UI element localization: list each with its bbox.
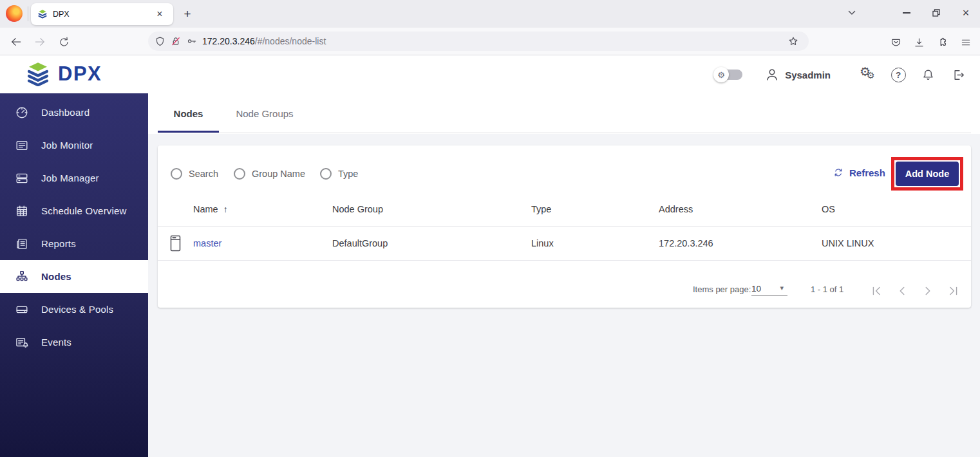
url-path: /#/nodes/node-list — [255, 36, 326, 46]
dpx-logo[interactable]: DPX — [24, 62, 102, 86]
url-text[interactable]: 172.20.3.246/#/nodes/node-list — [202, 36, 784, 46]
url-domain: 172.20.3.246 — [202, 36, 255, 46]
window-close-button[interactable]: × — [951, 0, 980, 26]
logo-text: DPX — [58, 62, 102, 86]
sidebar-item-job-manager[interactable]: Job Manager — [0, 162, 148, 194]
reload-button[interactable] — [55, 33, 72, 50]
main-content: Nodes Node Groups Search Group Name Type — [148, 93, 980, 457]
bookmark-star-icon[interactable] — [787, 35, 799, 47]
sidebar-item-job-monitor[interactable]: Job Monitor — [0, 129, 148, 162]
back-button[interactable] — [8, 33, 24, 50]
shield-icon[interactable] — [155, 36, 165, 47]
key-icon[interactable] — [186, 35, 198, 47]
column-header-os[interactable]: OS — [822, 204, 835, 214]
sidebar-item-devices-pools[interactable]: Devices & Pools — [0, 293, 148, 326]
tab-node-groups[interactable]: Node Groups — [219, 93, 310, 133]
pocket-icon[interactable] — [887, 33, 905, 51]
theme-toggle[interactable]: ⚙ — [715, 70, 742, 80]
bell-icon — [921, 68, 936, 82]
logout-button[interactable] — [948, 65, 967, 84]
window-restore-button[interactable] — [921, 0, 951, 26]
extensions-puzzle-icon[interactable] — [933, 33, 951, 51]
page-tabs: Nodes Node Groups — [148, 93, 980, 134]
tab-divider — [28, 6, 28, 21]
radio-icon[interactable] — [234, 168, 245, 180]
dpx-logo-icon — [24, 62, 52, 86]
storage-drive-icon — [15, 303, 29, 317]
lock-insecure-icon[interactable] — [170, 35, 182, 47]
table-divider — [158, 260, 971, 261]
tab-nodes[interactable]: Nodes — [158, 93, 219, 133]
hamburger-menu-icon[interactable] — [957, 33, 975, 51]
radio-icon[interactable] — [320, 168, 332, 180]
filter-type[interactable]: Type — [320, 168, 358, 180]
column-header-address[interactable]: Address — [659, 204, 693, 214]
server-node-icon — [170, 235, 181, 252]
settings-button[interactable]: ⚙⚙ — [859, 65, 878, 84]
forward-button[interactable] — [32, 33, 48, 50]
next-page-button[interactable] — [918, 281, 938, 301]
new-tab-button[interactable]: + — [179, 6, 196, 23]
toggle-gear-icon: ⚙ — [713, 67, 729, 82]
column-header-type[interactable]: Type — [531, 204, 551, 214]
tab-list-chevron-icon[interactable] — [846, 7, 858, 19]
last-page-button[interactable] — [944, 281, 963, 301]
radio-icon[interactable] — [171, 168, 182, 180]
hierarchy-icon — [15, 270, 29, 284]
event-bell-icon — [15, 335, 29, 350]
firefox-icon[interactable] — [6, 5, 23, 22]
items-per-page-value: 10 — [751, 284, 761, 294]
help-icon: ? — [891, 68, 906, 82]
sort-asc-icon: ↑ — [223, 204, 228, 214]
list-panel-icon — [15, 138, 29, 153]
add-node-button[interactable]: Add Node — [896, 162, 959, 186]
browser-tab-bar: DPX × + × — [0, 0, 980, 28]
stacked-jobs-icon — [15, 171, 29, 185]
items-per-page-label: Items per page: — [693, 284, 751, 294]
node-name-link[interactable]: master — [193, 238, 221, 248]
sidebar-item-events[interactable]: Events — [0, 326, 148, 359]
sidebar-item-dashboard[interactable]: Dashboard — [0, 96, 148, 129]
nodes-panel: Search Group Name Type Refresh Add Node … — [158, 145, 971, 308]
sidebar-item-nodes[interactable]: Nodes — [0, 260, 148, 293]
column-header-node-group[interactable]: Node Group — [332, 204, 383, 214]
window-minimize-button[interactable] — [892, 0, 921, 26]
user-menu[interactable]: Sysadmin — [764, 67, 831, 82]
browser-tab-dpx[interactable]: DPX × — [31, 3, 173, 25]
notifications-button[interactable] — [918, 65, 938, 84]
tab-title: DPX — [53, 10, 153, 19]
browser-window: DPX × + × — [0, 0, 980, 457]
calendar-icon — [15, 204, 29, 218]
sidebar-item-reports[interactable]: Reports — [0, 227, 148, 260]
sidebar-item-schedule-overview[interactable]: Schedule Overview — [0, 194, 148, 227]
column-header-name[interactable]: Name ↑ — [193, 204, 228, 214]
pagination-range: 1 - 1 of 1 — [811, 284, 849, 294]
help-button[interactable]: ? — [889, 65, 908, 84]
items-per-page-select[interactable]: 10 ▾ — [751, 282, 787, 296]
tab-close-icon[interactable]: × — [153, 7, 167, 21]
logout-icon — [950, 68, 965, 82]
url-bar[interactable]: 172.20.3.246/#/nodes/node-list — [148, 32, 809, 51]
first-page-button[interactable] — [867, 281, 886, 301]
node-type-cell: Linux — [531, 238, 554, 248]
sidebar: Dashboard Job Monitor Job Manager Schedu… — [0, 93, 148, 457]
node-group-cell: DefaultGroup — [332, 238, 388, 248]
report-doc-icon — [15, 237, 29, 251]
dpx-favicon — [37, 9, 48, 19]
node-os-cell: UNIX LINUX — [822, 238, 874, 248]
node-address-cell: 172.20.3.246 — [659, 238, 713, 248]
previous-page-button[interactable] — [892, 281, 912, 301]
download-icon[interactable] — [910, 33, 928, 51]
caret-down-icon: ▾ — [780, 284, 784, 292]
user-icon — [764, 67, 780, 82]
tabs-divider — [158, 133, 971, 133]
filter-group-name[interactable]: Group Name — [234, 168, 305, 180]
gauge-icon — [15, 106, 29, 120]
table-divider — [158, 226, 971, 227]
refresh-icon — [833, 167, 844, 178]
refresh-button[interactable]: Refresh — [833, 167, 885, 178]
header-actions: ⚙ Sysadmin ⚙⚙ ? — [715, 63, 967, 86]
gears-icon: ⚙⚙ — [860, 66, 878, 83]
filter-search[interactable]: Search — [171, 168, 218, 180]
username: Sysadmin — [785, 70, 831, 80]
